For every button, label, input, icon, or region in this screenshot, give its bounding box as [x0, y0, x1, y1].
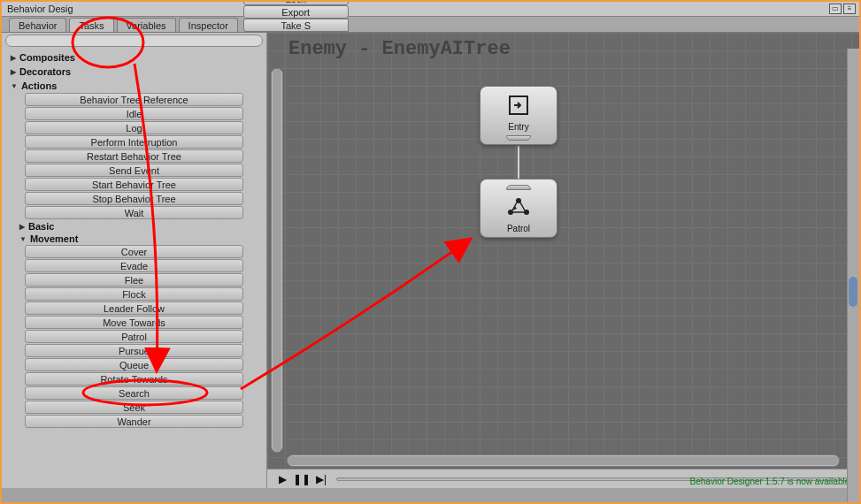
tab-variables[interactable]: Variables [117, 18, 176, 32]
category-basic[interactable]: Basic [2, 220, 266, 233]
category-decorators[interactable]: Decorators [2, 65, 266, 79]
task-item[interactable]: Leader Follow [25, 302, 243, 315]
task-item[interactable]: Evade [25, 259, 243, 272]
task-item[interactable]: Start Behavior Tree [25, 178, 243, 191]
export-button[interactable]: Export [243, 5, 349, 19]
playback-bar: ▶ ❚❚ ▶| Behavior Designer 1.5.7 is now a… [267, 469, 859, 488]
canvas-horizontal-scrollbar[interactable] [287, 454, 840, 467]
panel-tabs: Behavior Tasks Variables Inspector ◀ ▶ .… [2, 17, 859, 33]
node-output-port[interactable] [506, 135, 531, 141]
task-item[interactable]: Wait [25, 206, 243, 219]
main-split: Composites Decorators Actions Behavior T… [2, 33, 859, 488]
category-composites[interactable]: Composites [2, 50, 266, 65]
task-list: Composites Decorators Actions Behavior T… [2, 49, 266, 488]
task-item[interactable]: Perform Interruption [25, 135, 243, 149]
node-label: Entry [508, 122, 528, 132]
task-item[interactable]: Flee [25, 273, 243, 286]
play-button[interactable]: ▶ [273, 472, 292, 486]
pause-button[interactable]: ❚❚ [292, 472, 311, 486]
window-scrollbar[interactable] [847, 49, 859, 502]
toolbar: ◀ ▶ ... Enemy EnemyAITree Referenced Beh… [241, 0, 349, 32]
task-item[interactable]: Move Towards [25, 316, 243, 329]
task-item[interactable]: Restart Behavior Tree [25, 149, 243, 163]
window-tab-icon[interactable]: ▭ [829, 4, 842, 14]
window-title: Behavior Desig [7, 4, 73, 14]
entry-icon [505, 92, 532, 118]
task-item[interactable]: Seek [25, 401, 243, 414]
window-controls: ▭ ≡ [829, 4, 859, 14]
title-bar: Behavior Desig ▭ ≡ [2, 2, 859, 17]
task-item[interactable]: Queue [25, 358, 243, 371]
window-scroll-thumb[interactable] [849, 277, 857, 307]
node-link [518, 146, 519, 179]
search-row [2, 33, 266, 49]
task-item[interactable]: Idle [25, 107, 243, 120]
screenshot-button[interactable]: Take S [243, 19, 349, 32]
task-item[interactable]: Rotate Towards [25, 372, 243, 386]
window-menu-icon[interactable]: ≡ [843, 4, 856, 14]
tab-inspector[interactable]: Inspector [179, 18, 238, 32]
category-actions[interactable]: Actions [2, 79, 266, 93]
grid-bg [267, 33, 859, 488]
search-input[interactable] [5, 34, 263, 47]
task-item[interactable]: Wander [25, 415, 243, 428]
task-item[interactable]: Behavior Tree Reference [25, 93, 243, 106]
task-item[interactable]: Flock [25, 287, 243, 301]
sidebar: Composites Decorators Actions Behavior T… [2, 33, 267, 488]
tab-behavior[interactable]: Behavior [9, 18, 66, 32]
canvas-vertical-scrollbar[interactable] [271, 68, 283, 453]
canvas-title: Enemy - EnemyAITree [288, 38, 511, 60]
node-entry[interactable]: Entry [480, 86, 557, 145]
step-button[interactable]: ▶| [311, 472, 331, 486]
node-patrol[interactable]: Patrol [480, 179, 557, 238]
task-item[interactable]: Search [25, 386, 243, 400]
graph-canvas[interactable]: Enemy - EnemyAITree Entry Patrol ▶ ❚❚ ▶|… [267, 33, 859, 488]
task-item-patrol[interactable]: Patrol [25, 330, 243, 343]
tab-tasks[interactable]: Tasks [69, 18, 113, 32]
task-item[interactable]: Pursue [25, 344, 243, 357]
task-item[interactable]: Send Event [25, 164, 243, 177]
task-item[interactable]: Cover [25, 245, 243, 258]
task-item[interactable]: Stop Behavior Tree [25, 192, 243, 205]
task-item[interactable]: Log [25, 121, 243, 134]
update-available-label[interactable]: Behavior Designer 1.5.7 is now available… [690, 477, 852, 486]
patrol-icon [505, 194, 532, 220]
node-input-port[interactable] [506, 185, 531, 190]
category-movement[interactable]: Movement [2, 233, 266, 245]
node-label: Patrol [507, 224, 530, 233]
